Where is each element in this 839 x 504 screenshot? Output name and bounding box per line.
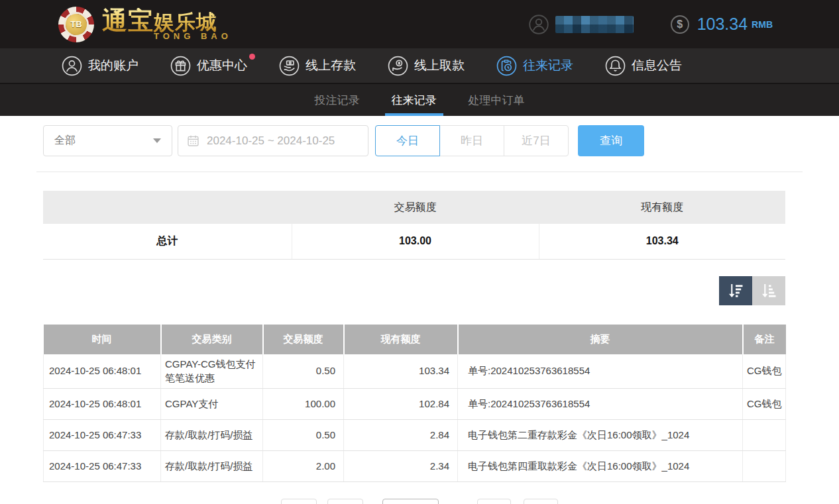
cell-transaction-amount: 0.50 [263,354,344,389]
pagination-last-button[interactable] [524,499,558,504]
col-current-amount: 现有额度 [344,325,458,354]
summary-transaction-total: 103.00 [292,224,539,259]
balance-currency: RMB [752,19,773,30]
nav-item-withdraw[interactable]: 线上取款 [388,56,465,76]
cell-time: 2024-10-25 06:47:33 [44,451,161,482]
pagination-first-button[interactable] [281,499,317,504]
main-nav: 我的账户 优惠中心 线上存款 线上取款 往来记录 [0,48,839,83]
nav-item-announcements[interactable]: 信息公告 [605,56,682,76]
cell-note: CG钱包 [743,389,786,420]
pagination-page-select[interactable] [382,499,439,504]
site-title: 通宝娱乐城 [102,8,232,33]
nav-item-promotions[interactable]: 优惠中心 [170,56,247,76]
col-note: 备注 [743,325,786,354]
nav-item-my-account[interactable]: 我的账户 [62,56,139,76]
sort-controls [43,276,785,305]
cell-current-amount: 2.34 [344,451,458,482]
site-logo[interactable]: TB 通宝娱乐城 TONG BAO [58,7,232,42]
date-range-input[interactable]: 2024-10-25 ~ 2024-10-25 [178,125,368,156]
col-transaction-amount: 交易额度 [263,325,344,354]
table-row: 2024-10-25 06:48:01 CGPAY-CG钱包支付笔笔送优惠 0.… [44,354,786,389]
quick-date-group: 今日 昨日 近7日 [375,125,569,156]
sort-descending-icon [726,281,745,300]
col-type: 交易类别 [161,325,263,354]
masked-username [555,16,634,33]
cell-current-amount: 102.84 [344,389,458,420]
cell-time: 2024-10-25 06:47:33 [44,420,161,451]
summary-current-total: 103.34 [539,224,785,259]
site-subtitle: TONG BAO [154,32,232,40]
col-time: 时间 [44,325,161,354]
cell-summary: 单号:202410253763618554 [458,354,743,389]
col-summary: 摘要 [458,325,743,354]
search-button[interactable]: 查询 [578,125,644,156]
cell-transaction-amount: 2.00 [263,451,344,482]
cell-transaction-amount: 0.50 [263,420,344,451]
cell-summary: 电子钱包第四重取款彩金《次日16:00领取》_1024 [458,451,743,482]
cell-type: 存款/取款/打码/损益 [161,451,263,482]
cell-note: CG钱包 [743,354,786,389]
tab-transaction-records[interactable]: 往来记录 [390,84,438,116]
poker-chip-icon: TB [58,7,94,42]
cell-type: 存款/取款/打码/损益 [161,420,263,451]
divider-line [36,172,803,172]
cell-type: CGPAY支付 [161,389,263,420]
cell-note [743,451,786,482]
nav-item-deposit[interactable]: 线上存款 [279,56,356,76]
withdraw-icon [388,56,408,76]
summary-total-row: 总计 103.00 103.34 [43,224,785,259]
type-select[interactable]: 全部 [43,125,172,156]
pagination-next-button[interactable] [477,499,511,504]
cell-time: 2024-10-25 06:48:01 [44,389,161,420]
top-bar: TB 通宝娱乐城 TONG BAO $ 103.34 RMB [0,0,839,48]
cell-summary: 单号:202410253763618554 [458,389,743,420]
date-range-value: 2024-10-25 ~ 2024-10-25 [207,134,335,148]
table-row: 2024-10-25 06:48:01 CGPAY支付 100.00 102.8… [44,389,786,420]
table-row: 2024-10-25 06:47:33 存款/取款/打码/损益 0.50 2.8… [44,420,786,451]
quick-yesterday-button[interactable]: 昨日 [439,125,504,156]
chip-label: TB [66,14,87,35]
notification-dot [249,54,255,60]
dollar-icon: $ [671,15,689,34]
calendar-icon [186,134,200,148]
user-account[interactable] [529,15,634,34]
tab-pending-orders[interactable]: 处理中订单 [467,84,526,116]
user-avatar-icon [529,15,549,34]
cell-current-amount: 2.84 [344,420,458,451]
tab-betting-records[interactable]: 投注记录 [313,84,361,116]
summary-header-row: 交易额度 现有额度 [43,191,785,224]
sort-ascending-icon [759,281,778,300]
balance-amount: 103.34 [697,15,748,34]
gift-icon [170,56,191,76]
cell-summary: 电子钱包第二重存款彩金《次日16:00领取》_1024 [458,420,743,451]
sort-ascending-button[interactable] [752,276,785,305]
summary-total-label: 总计 [43,224,292,259]
quick-last7days-button[interactable]: 近7日 [504,125,569,156]
cell-note [743,420,786,451]
summary-table: 交易额度 现有额度 总计 103.00 103.34 [43,191,785,260]
quick-today-button[interactable]: 今日 [375,125,440,156]
pagination-prev-button[interactable] [327,499,363,504]
summary-header-current: 现有额度 [539,191,785,224]
summary-header-empty [43,191,292,224]
pagination [0,499,839,504]
cell-transaction-amount: 100.00 [263,389,344,420]
record-tabs: 投注记录 往来记录 处理中订单 [0,83,839,116]
records-table: 时间 交易类别 交易额度 现有额度 摘要 备注 2024-10-25 06:48… [43,325,786,483]
content-area: 全部 2024-10-25 ~ 2024-10-25 今日 昨日 近7日 查询 … [0,125,839,504]
deposit-icon [279,56,300,76]
filter-row: 全部 2024-10-25 ~ 2024-10-25 今日 昨日 近7日 查询 [43,125,839,156]
chevron-down-icon [153,138,161,143]
sort-descending-button[interactable] [719,276,752,305]
balance-display: $ 103.34 RMB [671,15,773,34]
table-row: 2024-10-25 06:47:33 存款/取款/打码/损益 2.00 2.3… [44,451,786,482]
records-icon [496,56,517,76]
cell-time: 2024-10-25 06:48:01 [44,354,161,389]
cell-type: CGPAY-CG钱包支付笔笔送优惠 [161,354,263,389]
cell-current-amount: 103.34 [344,354,458,389]
summary-header-transaction: 交易额度 [292,191,539,224]
bell-icon [605,56,626,76]
records-header-row: 时间 交易类别 交易额度 现有额度 摘要 备注 [44,325,786,354]
nav-item-records[interactable]: 往来记录 [496,56,573,76]
type-select-value: 全部 [54,134,76,148]
